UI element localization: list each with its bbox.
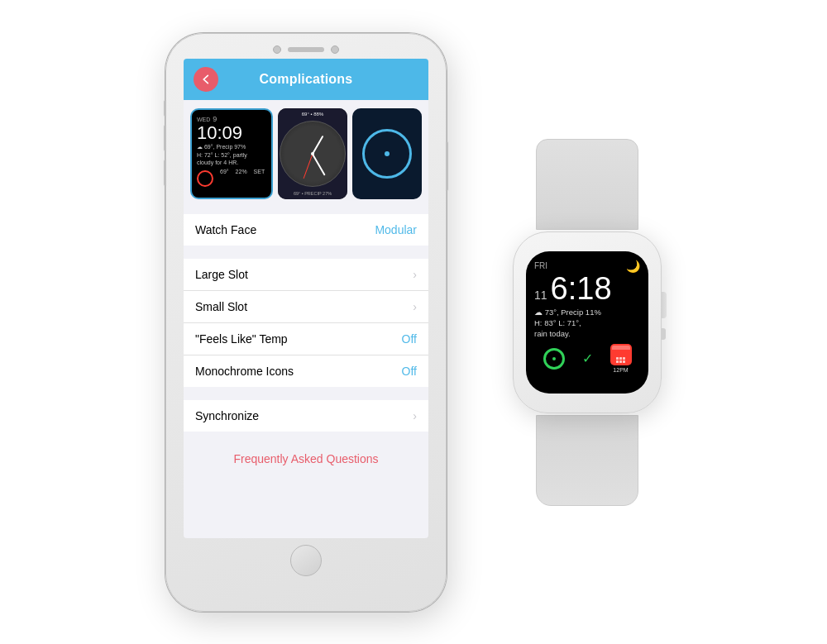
- minute-hand: [312, 153, 325, 175]
- ring-dot: [552, 357, 556, 360]
- sync-section: Synchronize ›: [184, 400, 428, 432]
- analog-clock-face: [280, 121, 346, 187]
- watch-face-section: Watch Face Modular: [184, 214, 428, 246]
- preview-day-label: WED: [197, 117, 210, 122]
- watch-body: FRI 🌙 11 6:18 ☁ 73°, Precip 11% H: 83° L…: [513, 231, 662, 413]
- mute-button: [164, 100, 166, 117]
- watch-preview-strip: WED 9 10:09 ☁ 69°, Precip 97% H: 72° L: …: [184, 100, 428, 208]
- preview-time: 10:09: [197, 124, 266, 142]
- watch-time: 6:18: [551, 273, 612, 304]
- faq-label: Frequently Asked Questions: [233, 452, 378, 465]
- synchronize-label: Synchronize: [195, 409, 259, 422]
- watch-day-num: 11: [534, 289, 547, 302]
- small-slot-row[interactable]: Small Slot ›: [184, 291, 428, 323]
- small-slot-label: Small Slot: [195, 300, 247, 313]
- calendar-widget: 12PM: [610, 344, 632, 373]
- calendar-icon: [610, 344, 632, 365]
- apple-watch-device: FRI 🌙 11 6:18 ☁ 73°, Precip 11% H: 83° L…: [513, 139, 662, 506]
- large-slot-chevron-icon: ›: [413, 268, 417, 281]
- scene: Complications WED 9 10:09 ☁ 69°, Precip …: [0, 0, 827, 644]
- back-icon: [199, 73, 213, 86]
- monochrome-label: Monochrome Icons: [195, 365, 294, 378]
- hour-hand: [312, 135, 323, 154]
- watch-weather-line1: 73°, Precip 11%: [545, 308, 601, 317]
- small-slot-chevron-icon: ›: [413, 300, 417, 313]
- center-dot: [311, 152, 314, 155]
- analog-preview[interactable]: 69° • 88% 69° • PRECIP 27%: [278, 108, 347, 199]
- cal-top-bar: [612, 346, 630, 350]
- feels-like-value: Off: [402, 332, 417, 346]
- watch-weather: ☁ 73°, Precip 11% H: 83° L: 71°, rain to…: [534, 307, 640, 340]
- feels-like-row[interactable]: "Feels Like" Temp Off: [184, 323, 428, 355]
- watch-side-button[interactable]: [661, 328, 666, 340]
- large-slot-row[interactable]: Large Slot ›: [184, 259, 428, 291]
- volume-down-button: [164, 160, 166, 186]
- iphone-device: Complications WED 9 10:09 ☁ 69°, Precip …: [165, 33, 447, 612]
- monochrome-row[interactable]: Monochrome Icons Off: [184, 355, 428, 387]
- section-gap-1: [184, 246, 428, 252]
- blue-center-dot: [385, 151, 390, 156]
- checkmark-widget: ✓: [582, 351, 593, 366]
- modular-preview[interactable]: WED 9 10:09 ☁ 69°, Precip 97% H: 72° L: …: [190, 108, 273, 199]
- earpiece-speaker: [288, 47, 324, 52]
- preview-bottom-row: 69° 22% SET: [197, 169, 266, 187]
- preview-detail2: cloudy for 4 HR.: [197, 160, 266, 165]
- watch-screen: FRI 🌙 11 6:18 ☁ 73°, Precip 11% H: 83° L…: [526, 251, 648, 394]
- front-camera: [273, 45, 281, 54]
- preview-set: SET: [254, 169, 265, 187]
- preview-temp: 69°: [220, 169, 229, 187]
- watch-weather-icon-row: ☁ 73°, Precip 11%: [534, 307, 640, 317]
- watch-day-label: FRI: [534, 261, 547, 270]
- watch-time-row: 11 6:18: [534, 273, 640, 304]
- synchronize-chevron-icon: ›: [413, 409, 417, 422]
- activity-ring-icon: [197, 170, 213, 187]
- home-button[interactable]: [290, 545, 322, 576]
- large-slot-label: Large Slot: [195, 268, 248, 281]
- preview-pct: 22%: [236, 169, 247, 187]
- back-button[interactable]: [194, 67, 218, 92]
- watch-face-value: Modular: [375, 223, 417, 236]
- faq-button[interactable]: Frequently Asked Questions: [184, 438, 428, 479]
- sensor: [331, 45, 339, 54]
- blue-ring: [362, 129, 412, 179]
- slots-section: Large Slot › Small Slot › "Feels Like" T…: [184, 259, 428, 387]
- watch-moon-icon: 🌙: [626, 260, 640, 273]
- nav-title: Complications: [260, 72, 353, 87]
- preview-detail: H: 72° L: 52°, partly: [197, 152, 266, 158]
- section-gap-2: [184, 387, 428, 394]
- iphone-screen: Complications WED 9 10:09 ☁ 69°, Precip …: [184, 59, 428, 538]
- activity-ring-widget: [543, 348, 565, 370]
- watch-crown[interactable]: [661, 292, 667, 318]
- volume-up-button: [164, 125, 166, 151]
- section-gap-3: [184, 432, 428, 438]
- synchronize-row[interactable]: Synchronize ›: [184, 400, 428, 432]
- blue-preview[interactable]: [352, 108, 422, 199]
- navigation-bar: Complications: [184, 59, 428, 100]
- watch-bottom-icons: ✓ 12: [534, 344, 640, 373]
- watch-strap-bottom: [536, 415, 638, 506]
- watch-weather-line3: rain today.: [534, 328, 640, 339]
- preview-weather: ☁ 69°, Precip 97%: [197, 144, 266, 150]
- preview-day-num: 9: [213, 115, 217, 123]
- monochrome-value: Off: [402, 365, 417, 378]
- analog-temp-bottom: 69° • PRECIP 27%: [294, 191, 332, 196]
- watch-face-label: Watch Face: [195, 223, 256, 236]
- side-button: [446, 141, 448, 191]
- second-hand: [304, 153, 313, 178]
- feels-like-label: "Feels Like" Temp: [195, 332, 288, 346]
- cal-grid: [615, 356, 626, 364]
- analog-temp-top: 69° • 88%: [302, 112, 324, 117]
- cal-label: 12PM: [613, 367, 628, 373]
- watch-face-row[interactable]: Watch Face Modular: [184, 214, 428, 246]
- watch-weather-line2: H: 83° L: 71°,: [534, 317, 640, 328]
- camera-area: [273, 45, 339, 54]
- watch-strap-top: [536, 139, 638, 230]
